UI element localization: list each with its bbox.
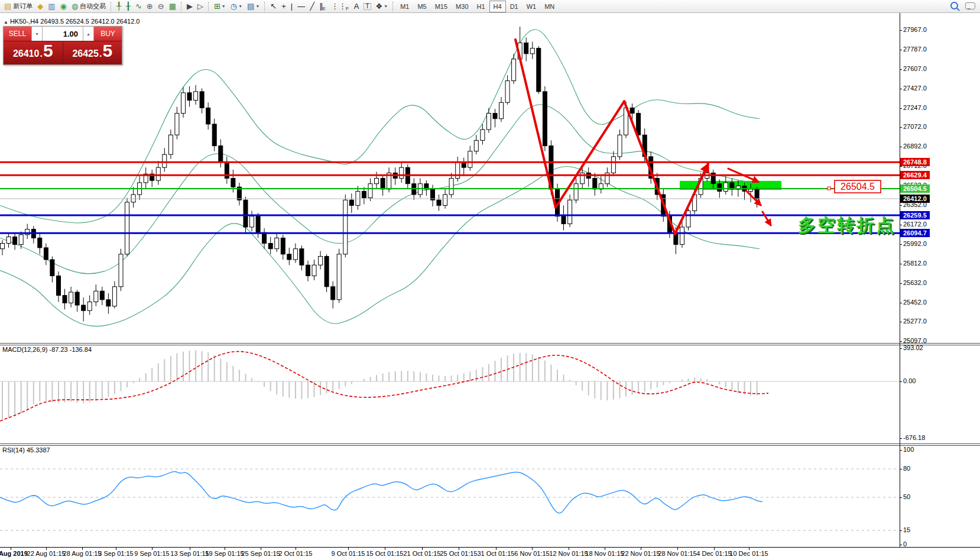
price-tick: 27787.0	[903, 46, 927, 53]
bar-chart-icon[interactable]: ╀	[114, 1, 124, 12]
templates-button: ▤	[247, 2, 254, 10]
time-label: 31 Oct 01:15	[478, 550, 515, 557]
rsi-scale-0-tick	[900, 545, 902, 545]
trendline-icon[interactable]: ╱	[307, 1, 317, 12]
text-icon[interactable]: A	[352, 1, 362, 12]
templates-button[interactable]: ▤▼	[245, 1, 262, 12]
new-order-button[interactable]: ▤新订单	[2, 1, 35, 12]
time-label: 9 Oct 01:15	[332, 550, 365, 557]
time-label: 13 Sep 01:15	[170, 550, 209, 557]
time-label: 25 Oct 01:15	[440, 550, 478, 557]
volume-decrease-button[interactable]: ▼	[31, 27, 43, 41]
volume-input[interactable]: 1.00	[43, 27, 83, 41]
price-tick: 25452.0	[903, 299, 927, 306]
periods-button: ◷	[231, 2, 237, 10]
indicators-button[interactable]: ⊞▼	[212, 1, 228, 12]
market-depth-icon[interactable]: ◆	[35, 1, 46, 12]
rsi-label: RSI(14) 45.3387	[2, 446, 50, 454]
price-tag-26094.7: 26094.7	[900, 229, 930, 237]
price-tick: 27072.0	[903, 123, 927, 130]
sell-price-dot: .	[40, 48, 42, 59]
toolbar-separator	[264, 2, 265, 11]
terminal-icon: ▥	[48, 2, 55, 10]
buy-price-main: 26425	[72, 48, 99, 59]
sell-button[interactable]: SELL	[4, 27, 31, 41]
horizontal-line-icon[interactable]: —	[295, 1, 307, 12]
crosshair-icon: +	[281, 2, 286, 10]
arrows-icon-dropdown-icon[interactable]: ▼	[384, 4, 388, 8]
equidistant-channel-icon[interactable]: ∥E	[317, 1, 329, 12]
text-icon: A	[354, 2, 359, 10]
horizontal-line-icon: —	[297, 2, 305, 10]
toolbar-separator	[208, 2, 209, 11]
time-axis[interactable]: 6 Aug 201922 Aug 01:1528 Aug 01:153 Sep …	[0, 548, 980, 560]
text-label-icon[interactable]: T	[361, 1, 373, 12]
rsi-canvas[interactable]	[0, 446, 900, 547]
timeframe-h1[interactable]: H1	[473, 1, 489, 12]
zoom-out-icon: ⊖	[158, 2, 164, 10]
market-depth-icon: ◆	[37, 2, 43, 10]
price-tag-26259.5: 26259.5	[900, 211, 930, 219]
time-label: 22 Nov 01:15	[621, 550, 660, 557]
time-label: 28 Aug 01:15	[63, 550, 102, 557]
time-label: 2 Oct 01:15	[279, 550, 313, 557]
fibonacci-icon[interactable]: ⋮⋮F	[329, 1, 352, 12]
time-label: 25 Sep 01:15	[241, 550, 280, 557]
cursor-icon[interactable]: ↖	[268, 1, 279, 12]
candlestick-icon[interactable]: ╂	[124, 1, 133, 12]
timeframe-m30[interactable]: M30	[452, 1, 472, 12]
auto-scroll-icon[interactable]: ▶	[184, 1, 195, 12]
templates-button-dropdown-icon[interactable]: ▼	[255, 4, 259, 8]
search-icon[interactable]	[950, 2, 958, 9]
trading-platform-window: ▤新订单◆▥◉◍自动交易╀╂∿⊕⊖▦▶▷⊞▼◷▼▤▼↖+|—╱∥E⋮⋮FAT❖▼…	[0, 0, 980, 560]
timeframe-mn[interactable]: MN	[540, 1, 559, 12]
panel-separator[interactable]	[0, 444, 980, 446]
price-tick-tick	[900, 108, 902, 109]
panel-separator[interactable]	[0, 343, 980, 345]
buy-button[interactable]: BUY	[94, 27, 122, 41]
macd-canvas[interactable]	[0, 345, 900, 441]
macd-scale-max-tick	[900, 348, 902, 349]
timeframe-d1[interactable]: D1	[506, 1, 523, 12]
signals-icon[interactable]: ◉	[58, 1, 69, 12]
macd-scale-min: -676.18	[903, 434, 925, 441]
chat-icon[interactable]	[965, 2, 975, 9]
timeframe-w1[interactable]: W1	[523, 1, 541, 12]
arrows-icon[interactable]: ❖▼	[374, 1, 391, 12]
price-tick-tick	[900, 225, 902, 225]
volume-increase-button[interactable]: ▲	[83, 27, 94, 41]
tile-windows-icon: ▦	[169, 2, 176, 10]
timeframe-m15[interactable]: M15	[431, 1, 452, 12]
main-chart-canvas[interactable]: 26504.5多空转折点多空转折点	[0, 13, 900, 344]
price-tag-26629.4: 26629.4	[900, 171, 930, 179]
zoom-out-icon[interactable]: ⊖	[155, 1, 167, 12]
periods-button[interactable]: ◷▼	[228, 1, 245, 12]
buy-price[interactable]: 26425 . 5	[63, 41, 122, 64]
fibonacci-icon: ⋮⋮	[331, 2, 346, 10]
crosshair-icon[interactable]: +	[279, 1, 288, 12]
autotrade-button: ◍	[72, 2, 78, 10]
price-tick-tick	[900, 30, 902, 31]
timeframe-h4[interactable]: H4	[489, 1, 506, 12]
price-tick-tick	[900, 264, 902, 264]
line-chart-icon[interactable]: ∿	[133, 1, 144, 12]
toolbar: ▤新订单◆▥◉◍自动交易╀╂∿⊕⊖▦▶▷⊞▼◷▼▤▼↖+|—╱∥E⋮⋮FAT❖▼…	[0, 0, 980, 13]
tile-windows-icon[interactable]: ▦	[167, 1, 179, 12]
line-chart-icon: ∿	[135, 2, 142, 10]
symbol-ohlc-line: HK50-,H4 26493.5 26524.5 26412.0 26412.0	[10, 18, 140, 25]
rsi-scale-0: 0	[903, 540, 907, 548]
price-tick-tick	[900, 244, 902, 245]
terminal-icon[interactable]: ▥	[46, 1, 57, 12]
price-tick-tick	[900, 322, 902, 322]
vertical-line-icon[interactable]: |	[288, 1, 295, 12]
periods-button-dropdown-icon[interactable]: ▼	[238, 4, 242, 8]
timeframe-m5[interactable]: M5	[413, 1, 430, 12]
timeframe-m1[interactable]: M1	[396, 1, 413, 12]
indicators-button-dropdown-icon[interactable]: ▼	[222, 4, 226, 8]
sell-price[interactable]: 26410 . 5	[4, 41, 63, 64]
zoom-in-icon[interactable]: ⊕	[144, 1, 155, 12]
chart-shift-icon[interactable]: ▷	[195, 1, 206, 12]
one-click-trade-panel: SELL ▼ 1.00 ▲ BUY 26410 . 5 26425 . 5	[3, 26, 122, 65]
autotrade-button[interactable]: ◍自动交易	[69, 1, 108, 12]
buy-price-frac: 5	[102, 43, 112, 59]
